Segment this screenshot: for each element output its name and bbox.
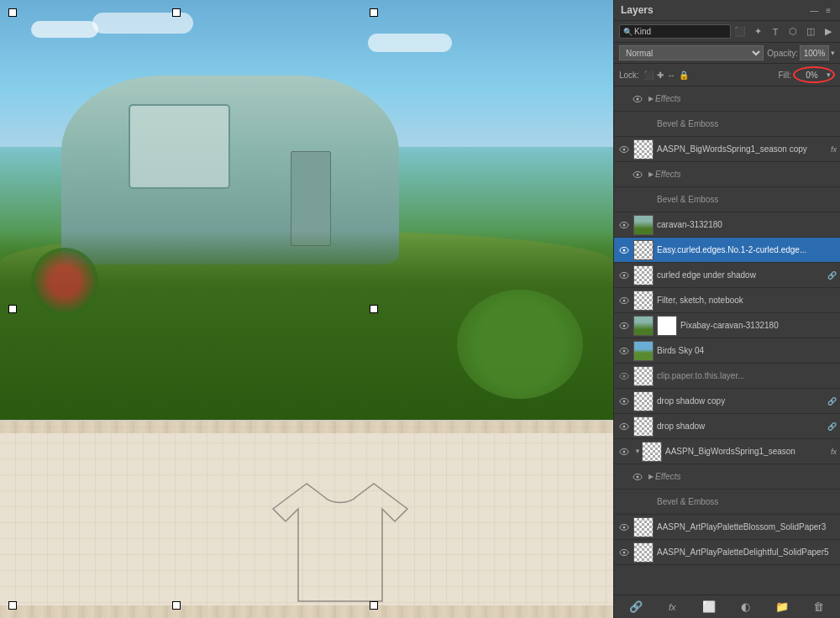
layer-thumbnail bbox=[633, 291, 654, 311]
layer-name: Bevel & Emboss bbox=[657, 119, 837, 128]
svg-point-15 bbox=[623, 324, 626, 327]
list-item[interactable]: drop shadow 🔗 bbox=[614, 414, 840, 439]
eye-icon[interactable] bbox=[631, 168, 644, 181]
list-item[interactable]: Bevel & Emboss bbox=[614, 490, 840, 515]
selection-handle-bl[interactable] bbox=[8, 601, 17, 610]
panel-controls: — ≡ bbox=[807, 5, 833, 16]
layer-name: Effects bbox=[655, 472, 837, 481]
type-icon[interactable]: T bbox=[769, 25, 782, 39]
lock-pixel-icon[interactable]: ⬛ bbox=[643, 71, 654, 80]
list-item[interactable]: ▼ AASPN_BigWordsSpring1_season fx bbox=[614, 439, 840, 464]
eye-icon[interactable] bbox=[617, 244, 631, 257]
fill-wrap: Fill: ▾ bbox=[778, 66, 835, 83]
smartobj-icon[interactable]: ◫ bbox=[804, 25, 817, 39]
chevron-icon[interactable]: ▼ bbox=[633, 448, 642, 456]
add-style-btn[interactable]: fx bbox=[663, 598, 681, 616]
eye-icon[interactable] bbox=[631, 92, 644, 106]
list-item[interactable]: AASPN_ArtPlayPaletteDelightful_SolidPape… bbox=[614, 540, 840, 565]
collapse-btn[interactable]: — bbox=[807, 5, 821, 16]
blend-row: Normal Opacity: ▾ bbox=[614, 43, 840, 64]
layer-name: AASPN_ArtPlayPaletteBlossom_SolidPaper3 bbox=[657, 522, 837, 532]
layer-thumbnail bbox=[633, 542, 654, 563]
list-item[interactable]: Easy.curled.edges.No.1-2-curled.edge... bbox=[614, 238, 840, 263]
photo-bottom bbox=[0, 420, 613, 618]
selection-handle-bm[interactable] bbox=[172, 601, 181, 610]
menu-btn[interactable]: ≡ bbox=[823, 5, 833, 16]
lock-artboard-icon[interactable]: ↔ bbox=[667, 71, 675, 80]
eye-icon[interactable] bbox=[617, 395, 631, 408]
eye-icon[interactable] bbox=[617, 319, 631, 333]
layer-name: Pixabay-caravan-3132180 bbox=[680, 321, 837, 330]
eye-icon[interactable] bbox=[641, 118, 654, 131]
chevron-icon[interactable]: ▶ bbox=[647, 473, 655, 481]
list-item[interactable]: Bevel & Emboss bbox=[614, 187, 840, 212]
eye-icon[interactable] bbox=[617, 344, 631, 358]
selection-handle-br[interactable] bbox=[370, 601, 378, 610]
chevron-icon[interactable]: ▶ bbox=[647, 95, 655, 103]
blend-mode-select[interactable]: Normal bbox=[619, 45, 764, 60]
search-icon: 🔍 bbox=[623, 28, 633, 36]
link-layers-btn[interactable]: 🔗 bbox=[627, 598, 645, 616]
layer-name: Bevel & Emboss bbox=[657, 497, 837, 506]
chevron-icon[interactable]: ▶ bbox=[647, 170, 655, 179]
list-item[interactable]: AASPN_ArtPlayPaletteBlossom_SolidPaper3 bbox=[614, 515, 840, 540]
svg-point-13 bbox=[623, 299, 626, 301]
eye-icon[interactable] bbox=[617, 218, 631, 232]
kind-search-input[interactable] bbox=[634, 27, 727, 36]
eye-icon[interactable] bbox=[617, 546, 631, 559]
group-btn[interactable]: 📁 bbox=[773, 598, 791, 616]
selection-handle-tm[interactable] bbox=[172, 8, 181, 17]
selection-handle-tr[interactable] bbox=[370, 8, 378, 17]
layer-name: drop shadow bbox=[657, 422, 826, 431]
list-item[interactable]: caravan-3132180 bbox=[614, 212, 840, 238]
opacity-chevron[interactable]: ▾ bbox=[831, 49, 835, 57]
eye-icon[interactable] bbox=[617, 445, 631, 458]
layer-thumbnail bbox=[633, 240, 654, 260]
eye-icon[interactable] bbox=[617, 521, 631, 534]
lock-pos-icon[interactable]: ✚ bbox=[657, 71, 664, 80]
lock-all-icon[interactable]: 🔒 bbox=[679, 71, 689, 80]
selection-handle-tl[interactable] bbox=[8, 8, 17, 17]
shape-icon[interactable]: ⬡ bbox=[786, 25, 800, 39]
list-item[interactable]: ▶ Effects bbox=[614, 162, 840, 187]
list-item[interactable]: Pixabay-caravan-3132180 bbox=[614, 313, 840, 338]
eye-icon[interactable] bbox=[617, 420, 631, 433]
fill-chevron[interactable]: ▾ bbox=[827, 71, 831, 79]
svg-point-9 bbox=[623, 249, 626, 251]
list-item[interactable]: AASPN_BigWordsSpring1_season copy fx bbox=[614, 137, 840, 162]
eye-icon[interactable] bbox=[617, 294, 631, 307]
opacity-input[interactable] bbox=[800, 45, 829, 60]
video-icon[interactable]: ▶ bbox=[822, 25, 835, 39]
eye-icon[interactable] bbox=[641, 193, 654, 207]
layer-name: clip.paper.to.this.layer... bbox=[657, 371, 837, 380]
list-item[interactable]: curled edge under shadow 🔗 bbox=[614, 263, 840, 288]
list-item[interactable]: drop shadow copy 🔗 bbox=[614, 389, 840, 414]
layer-thumbnail bbox=[633, 215, 654, 235]
delete-layer-btn[interactable]: 🗑 bbox=[809, 598, 827, 616]
selection-handle-mr[interactable] bbox=[370, 305, 378, 313]
adjustment-layer-btn[interactable]: ◐ bbox=[736, 598, 754, 616]
layer-thumbnail bbox=[633, 416, 654, 437]
list-item[interactable]: Birds Sky 04 bbox=[614, 338, 840, 364]
eye-icon[interactable] bbox=[631, 470, 644, 484]
adjustment-icon[interactable]: ✦ bbox=[751, 25, 764, 39]
list-item[interactable]: Bevel & Emboss bbox=[614, 112, 840, 137]
fill-input[interactable] bbox=[797, 67, 827, 82]
eye-icon[interactable] bbox=[617, 369, 631, 383]
eye-icon[interactable] bbox=[641, 495, 654, 509]
list-item[interactable]: ▶ Effects bbox=[614, 464, 840, 490]
pixel-icon[interactable]: ⬛ bbox=[733, 25, 747, 39]
selection-handle-ml[interactable] bbox=[8, 305, 17, 313]
list-item[interactable]: ▶ Effects bbox=[614, 86, 840, 112]
eye-icon[interactable] bbox=[617, 269, 631, 282]
svg-point-23 bbox=[623, 425, 626, 427]
layers-list: ▶ Effects Bevel & Emboss AASPN_BigWordsS… bbox=[614, 86, 840, 594]
add-mask-btn[interactable]: ⬜ bbox=[700, 598, 718, 616]
fill-label: Fill: bbox=[778, 71, 791, 80]
layer-name: Bevel & Emboss bbox=[657, 195, 837, 204]
layer-name: Easy.curled.edges.No.1-2-curled.edge... bbox=[657, 245, 837, 254]
list-item[interactable]: clip.paper.to.this.layer... bbox=[614, 364, 840, 389]
paper-border-top bbox=[0, 421, 613, 433]
list-item[interactable]: Filter, sketch, notebook bbox=[614, 288, 840, 313]
eye-icon[interactable] bbox=[617, 143, 631, 156]
